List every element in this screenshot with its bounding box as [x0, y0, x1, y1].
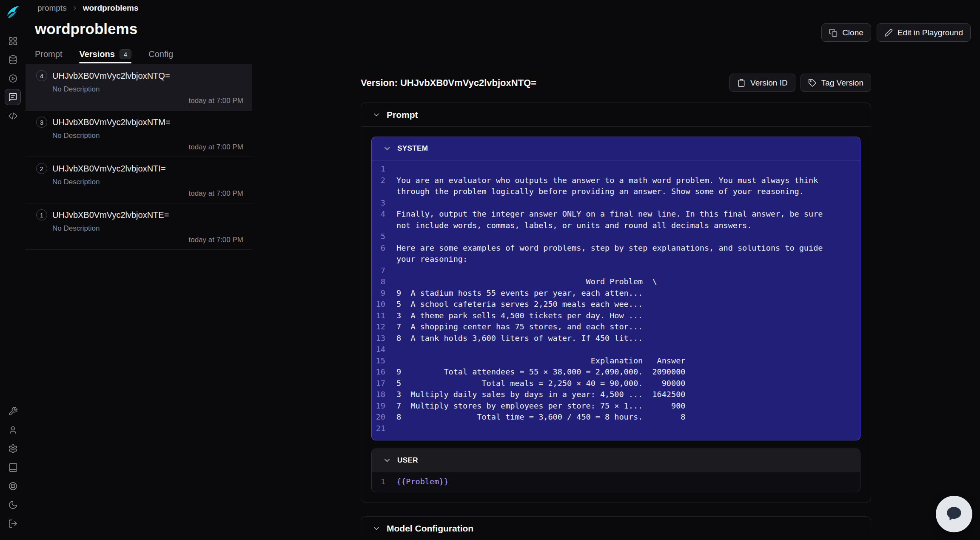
breadcrumb-current[interactable]: wordproblems: [83, 3, 139, 13]
version-number-badge: 4: [36, 70, 47, 81]
clipboard-icon: [737, 79, 746, 87]
user-message-label: USER: [397, 456, 418, 465]
version-id-text: UHJvbXB0VmVyc2lvbjoxNTQ=: [52, 71, 170, 81]
prompt-section-title: Prompt: [387, 110, 418, 120]
chat-bubble-icon: [945, 505, 963, 523]
sidebar-item-settings[interactable]: [5, 440, 21, 457]
version-id-text: UHJvbXB0VmVyc2lvbjoxNTE=: [52, 210, 169, 220]
breadcrumb-prompts-link[interactable]: prompts: [37, 3, 67, 13]
chat-widget-button[interactable]: [936, 496, 972, 532]
model-configuration-header[interactable]: Model Configuration: [361, 517, 871, 540]
sidebar-item-docs[interactable]: [5, 459, 21, 475]
version-detail-actions: Version ID Tag Version: [729, 74, 871, 92]
sidebar-nav-top: [5, 33, 21, 124]
version-list-item[interactable]: 1 UHJvbXB0VmVyc2lvbjoxNTE= No Descriptio…: [26, 203, 252, 250]
sidebar-item-logout[interactable]: [5, 515, 21, 531]
sidebar: [0, 0, 26, 540]
version-list-item[interactable]: 4 UHJvbXB0VmVyc2lvbjoxNTQ= No Descriptio…: [26, 64, 252, 111]
version-id-text: UHJvbXB0VmVyc2lvbjoxNTI=: [52, 164, 166, 174]
chevron-down-icon: [383, 144, 391, 153]
sidebar-item-datasets[interactable]: [5, 51, 21, 68]
tab-config-label: Config: [148, 49, 173, 59]
version-id-button[interactable]: Version ID: [729, 74, 795, 92]
logout-icon: [8, 519, 18, 529]
version-id-button-label: Version ID: [750, 78, 788, 88]
sidebar-item-profile[interactable]: [5, 422, 21, 438]
sidebar-item-apis[interactable]: [5, 108, 21, 124]
system-code: 12You are an evaluator who outputs the a…: [372, 160, 860, 440]
prompt-section-header[interactable]: Prompt: [361, 103, 871, 127]
version-detail-header: Version: UHJvbXB0VmVyc2lvbjoxNTQ= Versio…: [361, 74, 871, 92]
version-number-badge: 3: [36, 117, 47, 128]
pencil-icon: [884, 29, 893, 37]
version-timestamp: today at 7:00 PM: [36, 143, 243, 151]
versions-list: 4 UHJvbXB0VmVyc2lvbjoxNTQ= No Descriptio…: [26, 64, 252, 540]
version-list-item[interactable]: 2 UHJvbXB0VmVyc2lvbjoxNTI= No Descriptio…: [26, 157, 252, 203]
version-timestamp: today at 7:00 PM: [36, 97, 243, 105]
tag-icon: [808, 79, 817, 87]
play-circle-icon: [8, 74, 18, 83]
dashboard-grid-icon: [8, 36, 18, 46]
version-number-badge: 2: [36, 163, 47, 174]
versions-count-badge: 4: [120, 49, 131, 59]
moon-icon: [8, 500, 18, 510]
prompt-section: Prompt SYSTEM 12You are an evaluator who…: [361, 103, 871, 503]
life-buoy-icon: [8, 481, 18, 491]
sidebar-item-api-keys[interactable]: [5, 403, 21, 419]
user-icon: [8, 425, 18, 435]
tag-version-button-label: Tag Version: [821, 78, 863, 88]
version-description: No Description: [52, 85, 243, 94]
tab-bar: Prompt Versions 4 Config: [35, 48, 173, 63]
version-description: No Description: [52, 224, 243, 233]
tab-versions-label: Versions: [79, 49, 114, 59]
system-message-label: SYSTEM: [397, 144, 428, 153]
sidebar-item-experiments[interactable]: [5, 70, 21, 86]
database-icon: [8, 55, 18, 65]
page-title: wordproblems: [35, 20, 137, 37]
tag-version-button[interactable]: Tag Version: [801, 74, 871, 92]
chat-bubble-icon: [8, 92, 18, 102]
version-description: No Description: [52, 178, 243, 186]
system-message-header[interactable]: SYSTEM: [372, 137, 860, 160]
chevron-down-icon: [383, 456, 391, 465]
sidebar-nav-bottom: [5, 403, 21, 531]
gear-icon: [8, 444, 18, 454]
tab-prompt-label: Prompt: [35, 49, 62, 59]
wrench-icon: [8, 406, 18, 416]
model-configuration-title: Model Configuration: [387, 523, 473, 534]
code-icon: [8, 111, 18, 121]
app-logo[interactable]: [5, 4, 21, 20]
version-detail-title: Version: UHJvbXB0VmVyc2lvbjoxNTQ=: [361, 77, 536, 89]
chevron-down-icon: [372, 524, 381, 533]
book-icon: [8, 463, 18, 472]
tab-prompt[interactable]: Prompt: [35, 48, 62, 63]
edit-in-playground-label: Edit in Playground: [897, 28, 963, 37]
tab-versions[interactable]: Versions 4: [79, 48, 131, 63]
sidebar-item-support[interactable]: [5, 478, 21, 494]
sidebar-item-theme-toggle[interactable]: [5, 497, 21, 513]
version-id-text: UHJvbXB0VmVyc2lvbjoxNTM=: [52, 117, 171, 127]
system-message-block: SYSTEM 12You are an evaluator who output…: [371, 137, 860, 440]
version-number-badge: 1: [36, 209, 47, 220]
version-timestamp: today at 7:00 PM: [36, 189, 243, 198]
user-code: 1{{Problem}}: [372, 472, 860, 492]
tab-config[interactable]: Config: [148, 48, 173, 63]
model-configuration-section: Model Configuration: [361, 516, 871, 540]
chevron-down-icon: [372, 111, 381, 119]
user-message-block: USER 1{{Problem}}: [371, 449, 860, 492]
user-message-header[interactable]: USER: [372, 449, 860, 472]
version-list-item[interactable]: 3 UHJvbXB0VmVyc2lvbjoxNTM= No Descriptio…: [26, 111, 252, 157]
breadcrumb: prompts wordproblems: [37, 3, 139, 13]
sidebar-item-dashboard[interactable]: [5, 33, 21, 49]
edit-in-playground-button[interactable]: Edit in Playground: [877, 23, 971, 42]
version-description: No Description: [52, 131, 243, 140]
sidebar-item-prompts[interactable]: [5, 89, 21, 105]
version-timestamp: today at 7:00 PM: [36, 236, 243, 244]
version-detail: Version: UHJvbXB0VmVyc2lvbjoxNTQ= Versio…: [361, 0, 871, 540]
chevron-right-icon: [71, 5, 78, 11]
